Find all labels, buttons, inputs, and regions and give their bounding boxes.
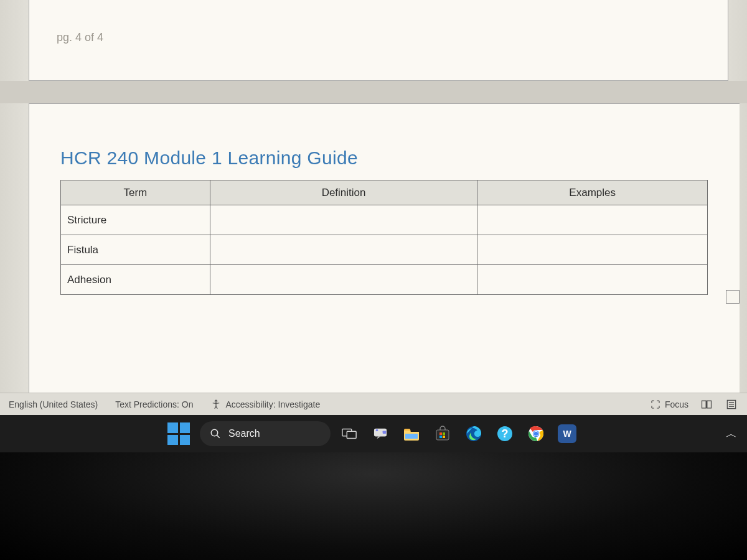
print-layout-icon <box>725 399 738 410</box>
focus-mode-button[interactable]: Focus <box>650 399 688 410</box>
word-icon: W <box>558 424 576 443</box>
cell-term[interactable]: Stricture <box>61 205 210 235</box>
page-current[interactable]: HCR 240 Module 1 Learning Guide Term Def… <box>29 103 740 393</box>
svg-point-10 <box>376 429 378 432</box>
tray-chevron-up-icon[interactable]: ︿ <box>726 426 737 441</box>
system-tray[interactable]: ︿ <box>726 415 737 452</box>
read-mode-icon <box>700 399 713 410</box>
cell-examples[interactable] <box>477 265 708 295</box>
folder-icon <box>403 426 420 441</box>
svg-rect-14 <box>439 432 442 435</box>
search-icon <box>210 428 221 439</box>
page-gap <box>0 81 747 103</box>
chrome-icon <box>527 425 545 442</box>
terms-table[interactable]: Term Definition Examples Stricture Fistu… <box>60 180 708 295</box>
monitor-bezel <box>0 452 747 560</box>
svg-rect-17 <box>443 436 445 438</box>
cell-term[interactable]: Adhesion <box>61 265 210 295</box>
cell-definition[interactable] <box>210 265 477 295</box>
focus-label: Focus <box>665 399 688 409</box>
status-accessibility[interactable]: Accessibility: Investigate <box>210 399 320 410</box>
help-icon: ? <box>496 425 514 442</box>
cell-term[interactable]: Fistula <box>61 235 210 265</box>
status-accessibility-label: Accessibility: Investigate <box>225 399 320 409</box>
cell-examples[interactable] <box>477 235 708 265</box>
svg-rect-15 <box>443 432 445 435</box>
chat-button[interactable] <box>368 421 393 446</box>
task-view-icon <box>341 427 357 441</box>
document-title[interactable]: HCR 240 Module 1 Learning Guide <box>60 147 740 169</box>
svg-rect-12 <box>405 434 418 439</box>
table-row[interactable]: Adhesion <box>61 265 708 295</box>
svg-rect-8 <box>347 431 356 438</box>
status-predictions-label: Text Predictions: On <box>115 399 193 409</box>
start-button[interactable] <box>167 422 190 445</box>
read-mode-button[interactable] <box>700 398 713 411</box>
header-term[interactable]: Term <box>61 180 210 205</box>
print-layout-button[interactable] <box>725 398 738 411</box>
page-number-footer: pg. 4 of 4 <box>57 31 103 44</box>
chrome-button[interactable] <box>524 421 548 446</box>
accessibility-icon <box>210 399 222 410</box>
svg-line-6 <box>217 435 220 438</box>
svg-point-5 <box>211 429 218 436</box>
table-row[interactable]: Fistula <box>61 235 708 265</box>
svg-point-24 <box>534 432 538 436</box>
margin-marker[interactable] <box>726 290 740 304</box>
file-explorer-button[interactable] <box>399 421 424 446</box>
get-help-button[interactable]: ? <box>492 421 517 446</box>
svg-rect-11 <box>383 431 387 434</box>
status-language-label: English (United States) <box>9 399 98 409</box>
svg-point-0 <box>215 400 217 402</box>
cell-definition[interactable] <box>210 205 477 235</box>
table-header-row: Term Definition Examples <box>61 180 708 205</box>
windows-logo-icon <box>167 422 178 433</box>
status-text-predictions[interactable]: Text Predictions: On <box>115 399 193 409</box>
edge-button[interactable] <box>461 421 486 446</box>
focus-icon <box>650 399 661 410</box>
task-view-button[interactable] <box>337 421 362 446</box>
header-definition[interactable]: Definition <box>210 180 477 205</box>
windows-taskbar: Search <box>0 415 747 452</box>
taskbar-search-label: Search <box>228 428 260 439</box>
word-status-bar: English (United States) Text Predictions… <box>0 393 747 415</box>
word-button[interactable]: W <box>555 421 580 446</box>
chat-icon <box>372 427 388 441</box>
document-canvas: pg. 4 of 4 HCR 240 Module 1 Learning Gui… <box>0 0 747 393</box>
status-language[interactable]: English (United States) <box>9 399 98 409</box>
svg-text:?: ? <box>502 427 509 440</box>
table-row[interactable]: Stricture <box>61 205 708 235</box>
microsoft-store-button[interactable] <box>430 421 455 446</box>
edge-icon <box>465 425 482 442</box>
taskbar-search[interactable]: Search <box>200 421 331 446</box>
header-examples[interactable]: Examples <box>477 180 708 205</box>
page-previous-bottom: pg. 4 of 4 <box>29 0 728 81</box>
svg-rect-16 <box>439 436 442 438</box>
cell-definition[interactable] <box>210 235 477 265</box>
cell-examples[interactable] <box>477 205 708 235</box>
store-icon <box>435 426 451 442</box>
